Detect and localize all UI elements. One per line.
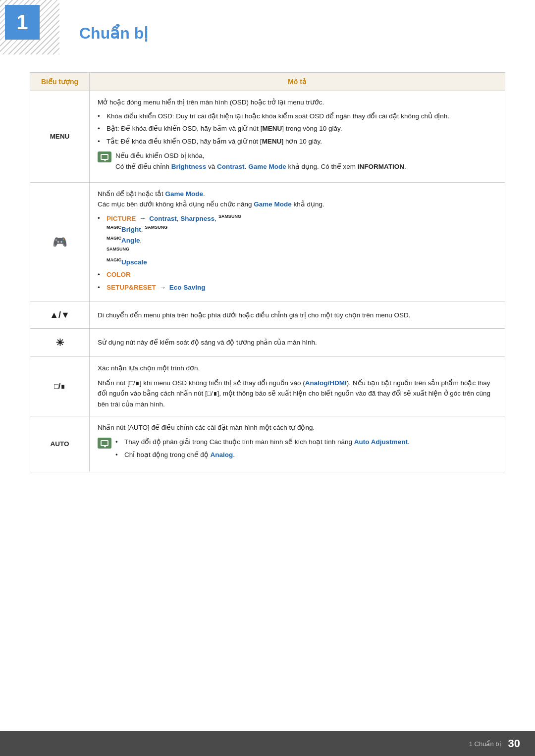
desc-auto: Nhấn nút [AUTO] để điều chỉnh các cài đặ… [90, 416, 505, 472]
note-icon [98, 151, 111, 162]
table-row: AUTO Nhấn nút [AUTO] để điều chỉnh các c… [30, 416, 505, 472]
gamepad-icon: 🎮 [53, 235, 67, 249]
source-desc2: Nhấn nút [□/∎] khi menu OSD không hiển t… [98, 378, 497, 410]
color-label: COLOR [107, 271, 131, 278]
menu-bullet-1: Khóa điều khiển OSD: Duy trì cài đặt hiệ… [98, 111, 497, 122]
arrows-icon: ▲/▼ [50, 310, 70, 320]
table-row: ▲/▼ Di chuyển đến menu phía trên hoặc ph… [30, 302, 505, 329]
content-area: Biểu tượng Mô tả MENU Mở hoặc đóng menu … [0, 72, 535, 502]
gamemode-bullet-2: COLOR [98, 269, 497, 280]
arrow2: → [160, 284, 166, 291]
arrow: → [139, 214, 146, 222]
desc-source: Xác nhận lựa chọn một trình đơn. Nhấn nú… [90, 357, 505, 416]
gamemode-bullet-3: SETUP&RESET → Eco Saving [98, 282, 497, 293]
note-line1: Nếu điều khiển OSD bị khóa, [115, 151, 406, 161]
sun-icon: ☀ [55, 337, 64, 348]
main-table: Biểu tượng Mô tả MENU Mở hoặc đóng menu … [30, 72, 505, 472]
menu-bullets: Khóa điều khiển OSD: Duy trì cài đặt hiệ… [98, 111, 497, 147]
auto-bullets: Thay đổi độ phân giải trong Các thuộc tí… [115, 437, 410, 462]
note-icon-2 [98, 438, 111, 449]
sharpness-label: Sharpness [180, 214, 214, 222]
picture-label: PICTURE [107, 214, 136, 222]
menu-intro: Mở hoặc đóng menu hiển thị trên màn hình… [98, 97, 497, 108]
auto-note: Thay đổi độ phân giải trong Các thuộc tí… [98, 437, 497, 462]
setup-reset-label: SETUP&RESET [107, 284, 156, 291]
desc-menu: Mở hoặc đóng menu hiển thị trên màn hình… [90, 91, 505, 183]
chapter-title: Chuẩn bị [79, 15, 505, 43]
page-footer: 1 Chuẩn bị 30 [0, 731, 535, 756]
symbol-menu: MENU [30, 91, 90, 183]
source-icon: □/∎ [54, 382, 65, 390]
contrast-label: Contrast [149, 214, 177, 222]
col-header-desc: Mô tả [90, 73, 505, 91]
table-row: □/∎ Xác nhận lựa chọn một trình đơn. Nhấ… [30, 357, 505, 416]
page-header: 1 Chuẩn bị [0, 0, 535, 52]
bright-label: Bright [121, 225, 141, 233]
menu-bullet-2: Bật: Để khóa điều khiển OSD, hãy bấm và … [98, 123, 497, 134]
gamemode-bullets: PICTURE → Contrast, Sharpness, SAMSUNGMA… [98, 213, 497, 293]
symbol-gamepad: 🎮 [30, 182, 90, 302]
auto-bullet-1: Thay đổi độ phân giải trong Các thuộc tí… [115, 437, 410, 448]
note-icon-inner-2 [101, 440, 108, 446]
chapter-number: 1 [16, 12, 28, 33]
symbol-auto: AUTO [30, 416, 90, 472]
arrows-desc: Di chuyển đến menu phía trên hoặc phía d… [98, 310, 497, 321]
note-icon-inner [101, 154, 108, 160]
menu-note: Nếu điều khiển OSD bị khóa, Có thể điều … [98, 151, 497, 172]
note-text: Nếu điều khiển OSD bị khóa, Có thể điều … [115, 151, 406, 172]
footer-page-number: 30 [508, 737, 520, 750]
source-intro: Xác nhận lựa chọn một trình đơn. [98, 363, 497, 374]
desc-arrows: Di chuyển đến menu phía trên hoặc phía d… [90, 302, 505, 329]
table-row: ☀ Sử dụng nút này để kiểm soát độ sáng v… [30, 329, 505, 357]
symbol-brightness: ☀ [30, 329, 90, 357]
col-header-symbol: Biểu tượng [30, 73, 90, 91]
eco-saving-label: Eco Saving [169, 284, 206, 291]
auto-intro: Nhấn nút [AUTO] để điều chỉnh các cài đặ… [98, 422, 497, 433]
table-row: 🎮 Nhấn để bật hoặc tắt Game Mode. Các mụ… [30, 182, 505, 302]
brightness-desc: Sử dụng nút này để kiểm soát độ sáng và … [98, 337, 497, 348]
chapter-number-box: 1 [5, 5, 40, 40]
upscale-label: Upscale [121, 258, 147, 266]
symbol-arrows: ▲/▼ [30, 302, 90, 329]
auto-bullet-2: Chỉ hoạt động trong chế độ Analog. [115, 450, 410, 460]
gamemode-bullet-1: PICTURE → Contrast, Sharpness, SAMSUNGMA… [98, 213, 497, 267]
menu-bullet-3: Tắt: Để khóa điều khiển OSD, hãy bấm và … [98, 136, 497, 147]
gamemode-intro: Nhấn để bật hoặc tắt Game Mode. [98, 189, 497, 200]
footer-chapter-text: 1 Chuẩn bị [469, 740, 501, 748]
desc-brightness: Sử dụng nút này để kiểm soát độ sáng và … [90, 329, 505, 357]
symbol-source: □/∎ [30, 357, 90, 416]
desc-gamemode: Nhấn để bật hoặc tắt Game Mode. Các mục … [90, 182, 505, 302]
note-line2: Có thể điều chỉnh Brightness và Contrast… [115, 161, 406, 172]
table-row: MENU Mở hoặc đóng menu hiển thị trên màn… [30, 91, 505, 183]
angle-label: Angle [121, 236, 140, 244]
gamemode-sub: Các mục bên dưới không khả dụng nếu chức… [98, 199, 497, 210]
